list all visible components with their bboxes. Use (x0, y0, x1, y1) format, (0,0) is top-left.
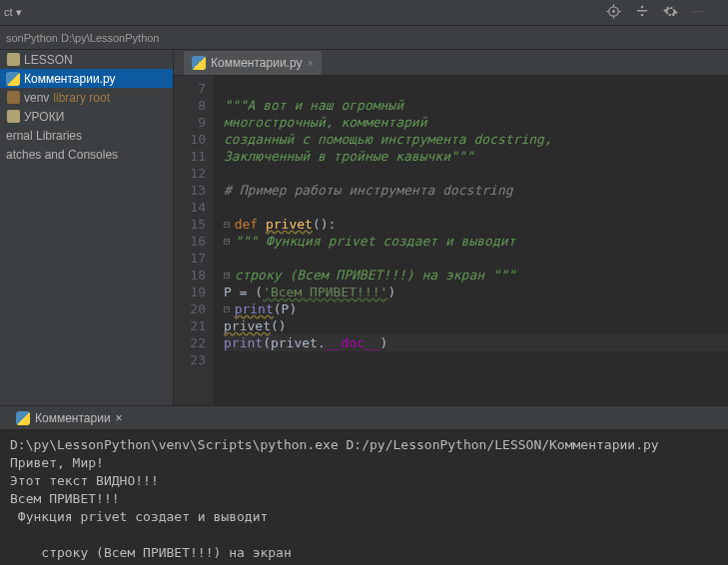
editor-tab-bar: Комментарии.ру × (174, 50, 728, 76)
python-file-icon (6, 72, 20, 86)
console-tab-label: Комментарии (35, 411, 111, 425)
divide-icon[interactable] (635, 4, 649, 22)
sidebar-item-label: ernal Libraries (6, 129, 82, 143)
console-tab[interactable]: Комментарии × (8, 407, 131, 429)
sidebar-item-lessons-folder[interactable]: УРОКИ (0, 107, 173, 126)
sidebar-item-venv[interactable]: venvlibrary root (0, 88, 173, 107)
sidebar-item-comments-file[interactable]: Комментарии.ру (0, 69, 173, 88)
close-icon[interactable]: × (307, 57, 313, 69)
svg-rect-6 (637, 10, 647, 12)
sidebar-item-label: УРОКИ (24, 110, 64, 124)
close-icon[interactable]: × (116, 411, 123, 425)
console-panel: Комментарии × D:\py\LessonPython\venv\Sc… (0, 405, 728, 565)
folder-icon (6, 110, 20, 124)
tab-label: Комментарии.ру (211, 56, 302, 70)
sidebar-item-label: Комментарии.ру (24, 72, 115, 86)
folder-icon (6, 53, 20, 67)
python-file-icon (192, 56, 206, 70)
sidebar-item-label: atches and Consoles (6, 148, 118, 162)
top-toolbar: ct ▾ — (0, 0, 728, 26)
sidebar-item-lesson-folder[interactable]: LESSON (0, 50, 173, 69)
sidebar-item-scratches[interactable]: atches and Consoles (0, 145, 173, 164)
main-area: LESSON Комментарии.ру venvlibrary root У… (0, 50, 728, 405)
console-tab-bar: Комментарии × (0, 406, 728, 430)
svg-point-7 (641, 5, 644, 8)
folder-icon (6, 91, 20, 105)
sidebar-item-label: LESSON (24, 53, 73, 67)
sidebar-item-label: venv (24, 91, 49, 105)
project-combo[interactable]: ct ▾ (4, 6, 22, 19)
code-content[interactable]: """А вот и наш огромный многострочный, к… (214, 76, 728, 405)
editor-column: Комментарии.ру × 78910111213141516171819… (174, 50, 728, 405)
gear-icon[interactable] (663, 4, 678, 22)
sidebar-item-external-libs[interactable]: ernal Libraries (0, 126, 173, 145)
target-icon[interactable] (606, 4, 621, 22)
separator: — (692, 4, 704, 22)
console-output[interactable]: D:\py\LessonPython\venv\Scripts\python.e… (0, 430, 728, 565)
svg-point-8 (641, 13, 644, 16)
project-sidebar: LESSON Комментарии.ру venvlibrary root У… (0, 50, 174, 405)
breadcrumb[interactable]: sonPython D:\py\LessonPython (0, 26, 728, 50)
sidebar-suffix: library root (53, 91, 110, 105)
editor-tab[interactable]: Комментарии.ру × (184, 51, 322, 75)
code-editor[interactable]: 7891011121314151617181920212223 """А вот… (174, 76, 728, 405)
svg-point-1 (612, 10, 615, 13)
python-run-icon (16, 411, 30, 425)
gutter: 7891011121314151617181920212223 (174, 76, 214, 405)
